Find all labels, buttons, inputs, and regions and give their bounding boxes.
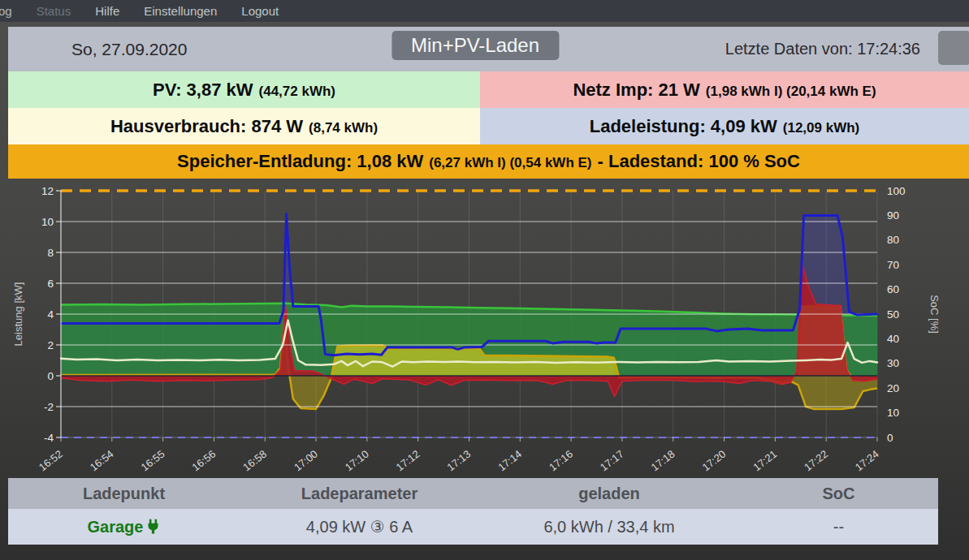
svg-text:17:10: 17:10 [343,448,371,474]
nav-item-status[interactable]: Status [37,4,71,18]
svg-text:100: 100 [887,185,906,197]
current-date: So, 27.09.2020 [71,40,187,59]
battery-soc: - Ladestand: 100 % SoC [598,144,800,179]
svg-text:17:22: 17:22 [802,448,830,474]
svg-text:17:16: 17:16 [547,448,575,474]
date-header-bar: So, 27.09.2020 Min+PV-Laden Letzte Daten… [8,27,969,71]
svg-text:16:56: 16:56 [189,448,218,474]
svg-text:0: 0 [47,370,54,382]
pv-tile: PV: 3,87 kW (44,72 kWh) [8,71,480,108]
svg-text:10: 10 [887,407,899,419]
svg-text:4: 4 [47,308,54,321]
svg-text:16:58: 16:58 [240,448,269,474]
svg-text:16:52: 16:52 [37,448,65,474]
svg-text:70: 70 [887,259,899,271]
svg-text:10: 10 [41,216,54,228]
house-tile: Hausverbrauch: 874 W (8,74 kWh) [8,108,480,144]
grid-tile: Netz Imp: 21 W (1,98 kWh I) (20,14 kWh E… [480,71,969,108]
svg-text:17:24: 17:24 [853,448,881,474]
battery-value: Speicher-Entladung: 1,08 kW [177,144,423,179]
edge-cutoff-button[interactable] [938,31,969,65]
svg-text:16:55: 16:55 [139,448,167,474]
charge-tile: Ladeleistung: 4,09 kW (12,09 kWh) [480,108,969,144]
charged-amount: 6,0 kWh / 33,4 km [479,509,739,545]
nav-item-logout[interactable]: Logout [241,4,279,18]
svg-text:80: 80 [887,234,899,246]
svg-text:6: 6 [47,278,54,290]
col-ladeparameter: Ladeparameter [240,478,479,509]
nav-item-einstellungen[interactable]: Einstellungen [144,4,217,18]
svg-text:-2: -2 [44,401,54,413]
svg-text:17:14: 17:14 [495,448,524,474]
svg-text:8: 8 [47,247,54,259]
svg-text:-4: -4 [44,432,54,444]
top-navbar: og Status Hilfe Einstellungen Logout [0,0,969,22]
main-content: So, 27.09.2020 Min+PV-Laden Letzte Daten… [8,27,969,545]
house-energy: (8,74 kWh) [309,110,378,146]
col-ladepunkt: Ladepunkt [8,478,240,509]
svg-text:17:12: 17:12 [394,448,422,474]
chargepoint-table: Ladepunkt Ladeparameter geladen SoC Gara… [8,478,938,545]
battery-energy: (6,27 kWh I) (0,54 kWh E) [429,146,591,180]
svg-text:SoC [%]: SoC [%] [928,295,941,334]
col-soc: SoC [739,478,938,509]
vehicle-soc: -- [739,509,938,545]
svg-text:50: 50 [887,308,899,321]
svg-text:17:00: 17:00 [292,448,320,474]
svg-text:12: 12 [41,185,54,197]
summary-row-3: Speicher-Entladung: 1,08 kW (6,27 kWh I)… [8,144,969,179]
svg-text:90: 90 [887,209,899,222]
svg-text:40: 40 [887,333,899,345]
charge-value: Ladeleistung: 4,09 kW [590,108,777,144]
svg-text:17:18: 17:18 [649,448,677,474]
grid-value: Netz Imp: 21 W [573,71,699,108]
svg-text:17:21: 17:21 [751,448,779,474]
chart-area: -4-2024681012010203040506070809010016:52… [8,179,969,474]
table-header-row: Ladepunkt Ladeparameter geladen SoC [8,478,938,509]
col-geladen: geladen [479,478,739,509]
nav-item-hilfe[interactable]: Hilfe [95,4,119,18]
svg-text:17:13: 17:13 [444,448,473,474]
svg-text:0: 0 [887,432,893,444]
svg-text:2: 2 [47,339,54,351]
charge-params: 4,09 kW ③ 6 A [240,509,479,545]
charge-energy: (12,09 kWh) [783,110,859,146]
pv-value: PV: 3,87 kW [153,71,253,108]
svg-text:Leistung [kW]: Leistung [kW] [12,282,24,347]
house-value: Hausverbrauch: 874 W [110,108,303,144]
charge-mode-button[interactable]: Min+PV-Laden [391,31,559,60]
grid-energy: (1,98 kWh I) (20,14 kWh E) [706,73,876,110]
last-data-timestamp: Letzte Daten von: 17:24:36 [725,40,920,58]
plug-icon [146,519,160,535]
table-row: Garage 4,09 kW ③ 6 A 6,0 kWh / 33,4 km -… [8,509,938,545]
summary-row-1: PV: 3,87 kW (44,72 kWh) Netz Imp: 21 W (… [8,71,969,108]
pv-energy: (44,72 kWh) [259,73,335,110]
summary-row-2: Hausverbrauch: 874 W (8,74 kWh) Ladeleis… [8,108,969,144]
chargepoint-name[interactable]: Garage [8,509,240,545]
power-soc-chart: -4-2024681012010203040506070809010016:52… [8,179,969,474]
svg-text:17:20: 17:20 [700,448,729,474]
battery-tile: Speicher-Entladung: 1,08 kW (6,27 kWh I)… [8,144,969,179]
svg-text:60: 60 [887,283,899,295]
svg-text:17:17: 17:17 [598,448,626,474]
svg-text:20: 20 [887,382,899,394]
nav-item-log[interactable]: og [0,4,12,18]
svg-text:16:54: 16:54 [88,448,116,474]
svg-text:30: 30 [887,357,899,369]
